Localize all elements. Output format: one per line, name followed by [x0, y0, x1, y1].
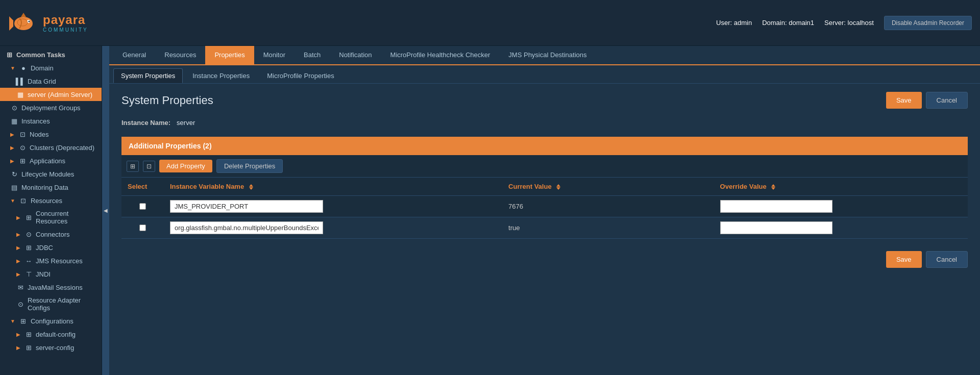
connectors-icon: ⊙: [24, 230, 33, 238]
sidebar-item-default-config[interactable]: ▶ ⊞ default-config: [0, 328, 102, 341]
col-instance-variable-name[interactable]: Instance Variable Name: [164, 178, 502, 196]
sidebar-item-server-admin[interactable]: ▦ server (Admin Server): [0, 88, 102, 101]
sidebar-item-jms-resources[interactable]: ▶ ↔ JMS Resources: [0, 254, 102, 267]
page-content: System Properties Save Cancel Instance N…: [109, 84, 980, 375]
sidebar-item-connectors[interactable]: ▶ ⊙ Connectors: [0, 228, 102, 241]
content-area: General Resources Properties Monitor Bat…: [109, 46, 980, 375]
tab-monitor[interactable]: Monitor: [254, 46, 295, 65]
row-name-cell: [164, 217, 502, 239]
page-title: System Properties: [121, 94, 213, 107]
tab-notification[interactable]: Notification: [330, 46, 381, 65]
svg-marker-1: [9, 16, 13, 31]
col-current-value[interactable]: Current Value: [502, 178, 714, 196]
sort-value-icon: [556, 184, 560, 190]
table-row: true: [121, 217, 968, 239]
server-icon: ▦: [16, 90, 24, 98]
concurrent-icon: ⊞: [24, 213, 33, 221]
jms-icon: ↔: [24, 257, 33, 265]
row-name-cell: [164, 196, 502, 217]
server-config-icon: ⊞: [24, 343, 33, 352]
sidebar-item-lifecycle-modules[interactable]: ↻ Lifecycle Modules: [0, 167, 102, 181]
table-row: 7676: [121, 196, 968, 217]
deselect-all-icon-btn[interactable]: ⊡: [143, 161, 155, 172]
sidebar-item-monitoring-data[interactable]: ▤ Monitoring Data: [0, 181, 102, 194]
domain-icon: ●: [19, 64, 28, 72]
tab-jms-destinations[interactable]: JMS Physical Destinations: [499, 46, 596, 65]
connectors-collapse-icon: ▶: [16, 232, 20, 237]
sidebar-item-resources[interactable]: ▼ ⊡ Resources: [0, 194, 102, 207]
clusters-collapse-icon: ▶: [10, 145, 14, 151]
row-override-cell: [714, 217, 968, 239]
additional-properties-section: Additional Properties (2) ⊞ ⊡ Add Proper…: [121, 137, 968, 239]
svg-point-3: [29, 20, 30, 22]
javamail-icon: ✉: [16, 283, 24, 291]
table-toolbar: ⊞ ⊡ Add Property Delete Properties: [121, 155, 968, 178]
domain-info: Domain: domain1: [762, 19, 814, 27]
disable-asadmin-btn[interactable]: Disable Asadmin Recorder: [884, 16, 972, 30]
sidebar: ⊞ Common Tasks ▼ ● Domain ▌▌ Data Grid ▦…: [0, 46, 102, 375]
row-current-value-1: true: [508, 224, 520, 232]
tab-resources[interactable]: Resources: [155, 46, 205, 65]
top-action-buttons: Save Cancel: [886, 92, 968, 109]
sidebar-item-instances[interactable]: ▦ Instances: [0, 114, 102, 128]
properties-table: Select Instance Variable Name Curren: [121, 178, 968, 239]
logo: payara COMMUNITY: [8, 10, 88, 36]
tab-properties[interactable]: Properties: [205, 46, 254, 65]
monitoring-icon: ▤: [10, 183, 18, 191]
sidebar-item-domain[interactable]: ▼ ● Domain: [0, 61, 102, 74]
sidebar-item-deployment-groups[interactable]: ⊙ Deployment Groups: [0, 101, 102, 114]
tab-batch[interactable]: Batch: [295, 46, 330, 65]
instance-name-value: server: [177, 119, 195, 127]
top-cancel-button[interactable]: Cancel: [926, 92, 968, 109]
tab-microprofile[interactable]: MicroProfile Healthcheck Checker: [381, 46, 500, 65]
row-override-input-0[interactable]: [720, 200, 832, 213]
jndi-collapse-icon: ▶: [16, 271, 20, 277]
server-info: Server: localhost: [824, 19, 874, 27]
sidebar-item-applications[interactable]: ▶ ⊞ Applications: [0, 154, 102, 167]
sidebar-item-jndi[interactable]: ▶ ⊤ JNDI: [0, 267, 102, 281]
instance-name-label: Instance Name:: [121, 119, 170, 127]
svg-marker-4: [21, 13, 26, 17]
sidebar-item-javamail[interactable]: ✉ JavaMail Sessions: [0, 281, 102, 294]
sidebar-item-clusters[interactable]: ▶ ⊙ Clusters (Deprecated): [0, 141, 102, 154]
sidebar-item-common-tasks[interactable]: ⊞ Common Tasks: [0, 48, 102, 61]
top-save-button[interactable]: Save: [886, 92, 922, 109]
sidebar-item-configurations[interactable]: ▼ ⊞ Configurations: [0, 314, 102, 328]
col-select: Select: [121, 178, 164, 196]
nodes-collapse-icon: ▶: [10, 132, 14, 137]
sort-name-icon: [249, 184, 253, 190]
sidebar-item-nodes[interactable]: ▶ ⊡ Nodes: [0, 128, 102, 141]
clusters-icon: ⊙: [18, 143, 27, 152]
default-config-icon: ⊞: [24, 330, 33, 338]
configurations-icon: ⊞: [19, 317, 28, 325]
row-checkbox-0[interactable]: [139, 203, 146, 210]
delete-properties-button[interactable]: Delete Properties: [216, 159, 283, 173]
grid-icon: ⊞: [5, 51, 13, 59]
tab-general[interactable]: General: [113, 46, 155, 65]
sidebar-item-concurrent-resources[interactable]: ▶ ⊞ Concurrent Resources: [0, 207, 102, 228]
select-all-icon-btn[interactable]: ⊞: [127, 161, 139, 172]
sub-tab-bar: System Properties Instance Properties Mi…: [109, 65, 980, 84]
row-checkbox-1[interactable]: [139, 224, 146, 231]
sidebar-toggle[interactable]: ◀: [102, 46, 109, 375]
row-name-input-1[interactable]: [170, 221, 323, 234]
sub-tab-instance-properties[interactable]: Instance Properties: [185, 68, 257, 83]
add-property-button[interactable]: Add Property: [159, 160, 212, 172]
sidebar-item-server-config[interactable]: ▶ ⊞ server-config: [0, 341, 102, 354]
row-name-input-0[interactable]: [170, 200, 323, 213]
bottom-save-button[interactable]: Save: [886, 251, 922, 268]
sidebar-item-jdbc[interactable]: ▶ ⊞ JDBC: [0, 241, 102, 254]
main-tab-bar: General Resources Properties Monitor Bat…: [109, 46, 980, 65]
resources-collapse-icon: ▼: [10, 198, 15, 204]
col-override-value[interactable]: Override Value: [714, 178, 968, 196]
additional-properties-header: Additional Properties (2): [121, 137, 968, 155]
bottom-cancel-button[interactable]: Cancel: [926, 251, 968, 268]
row-override-input-1[interactable]: [720, 221, 832, 234]
default-config-collapse-icon: ▶: [16, 332, 20, 337]
sub-tab-microprofile-properties[interactable]: MicroProfile Properties: [259, 68, 342, 83]
sub-tab-system-properties[interactable]: System Properties: [113, 68, 183, 83]
sidebar-item-data-grid[interactable]: ▌▌ Data Grid: [0, 74, 102, 88]
header-info: User: admin Domain: domain1 Server: loca…: [716, 16, 972, 30]
sidebar-item-resource-adapter[interactable]: ⊙ Resource Adapter Configs: [0, 294, 102, 314]
jdbc-collapse-icon: ▶: [16, 245, 20, 251]
